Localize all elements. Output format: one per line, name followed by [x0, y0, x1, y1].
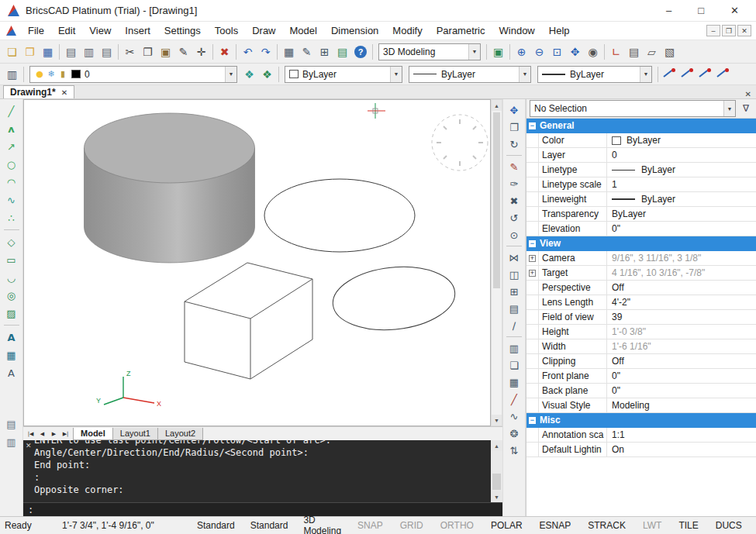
property-row-back-plane[interactable]: Back plane0" — [526, 384, 756, 398]
command-input[interactable]: : — [23, 502, 502, 516]
text-icon[interactable]: A — [2, 329, 20, 346]
property-value[interactable]: 4'-2" — [607, 295, 756, 309]
menu-edit[interactable]: Edit — [51, 22, 82, 39]
property-value[interactable]: Off — [607, 281, 756, 295]
endpoint-snap-icon[interactable] — [661, 65, 678, 84]
minimize-button[interactable]: – — [666, 5, 671, 16]
hatch-icon[interactable]: ▨ — [2, 305, 20, 322]
paint-properties-icon[interactable]: ✎ — [506, 158, 523, 175]
lineweight-select[interactable]: ByLayer ▼ — [537, 66, 652, 83]
property-value[interactable]: ByLayer — [607, 133, 756, 147]
canvas-vertical-scrollbar[interactable]: ▲ ▼ — [491, 99, 502, 426]
menu-draw[interactable]: Draw — [245, 22, 282, 39]
maximize-button[interactable]: □ — [698, 5, 704, 16]
status-toggle-grid[interactable]: GRID — [396, 520, 427, 531]
property-value[interactable]: 1 — [607, 177, 756, 191]
ellipse-arc-icon[interactable]: ◡ — [2, 269, 20, 286]
property-row-layer[interactable]: Layer0 — [526, 148, 756, 163]
property-value[interactable]: Modeling — [607, 398, 756, 412]
pick-entity-icon[interactable]: ✛ — [192, 43, 210, 61]
arc-icon[interactable]: ◠ — [2, 174, 20, 191]
intersection-snap-icon[interactable] — [696, 65, 714, 84]
point-icon[interactable]: ∴ — [2, 209, 20, 226]
status-toggle-esnap[interactable]: ESNAP — [536, 520, 575, 531]
property-row-camera[interactable]: +Camera9/16", 3 11/16", 3 1/8" — [526, 251, 756, 266]
property-row-annotation-sca[interactable]: Annotation sca1:1 — [526, 428, 756, 443]
collapse-icon[interactable]: − — [529, 417, 536, 424]
status-toggle-ortho[interactable]: ORTHO — [437, 520, 478, 531]
zoom-window-icon[interactable]: ⊡ — [548, 43, 566, 61]
sheet-tab-layout2[interactable]: Layout2 — [157, 428, 203, 440]
insert-field-icon[interactable]: ⊞ — [316, 43, 333, 61]
paste-icon[interactable]: ▣ — [157, 43, 174, 61]
last-sheet-button[interactable]: ▶| — [60, 431, 71, 437]
undo-erase-icon[interactable]: ↺ — [506, 209, 523, 226]
property-value[interactable]: 1'-6 1/16" — [607, 339, 756, 353]
mirror-icon[interactable]: ⋈ — [506, 249, 523, 266]
collapse-icon[interactable]: − — [529, 240, 536, 247]
sheet-manager-icon[interactable]: ▦ — [280, 43, 298, 61]
property-row-transparency[interactable]: TransparencyByLayer — [526, 207, 756, 222]
save-icon[interactable]: ▦ — [39, 43, 57, 61]
property-value[interactable]: 4 1/16", 10 3/16", -7/8" — [607, 266, 756, 280]
ucs-toggle-icon[interactable]: ∟ — [607, 43, 625, 61]
property-row-color[interactable]: ColorByLayer — [526, 133, 756, 148]
property-row-default-lightin[interactable]: Default LightinOn — [526, 443, 756, 457]
tab-close-icon[interactable]: ✕ — [61, 88, 67, 97]
line-icon[interactable]: ╱ — [2, 102, 20, 119]
scroll-down-icon[interactable]: ▼ — [491, 491, 502, 502]
menu-settings[interactable]: Settings — [157, 22, 208, 39]
status-toggle-ducs[interactable]: DUCS — [712, 520, 746, 531]
menu-model[interactable]: Model — [283, 22, 324, 39]
copy-entity-icon[interactable]: ❐ — [506, 119, 523, 136]
expand-icon[interactable]: + — [529, 270, 536, 277]
look-around-icon[interactable]: ◉ — [584, 43, 602, 61]
divide-icon[interactable]: ∕ — [506, 317, 523, 334]
visual-styles-icon[interactable]: ▧ — [661, 43, 678, 61]
move-icon[interactable]: ✥ — [506, 102, 523, 119]
property-value[interactable]: 0" — [607, 369, 756, 383]
paste-clipboard-icon[interactable]: ▤ — [2, 415, 20, 432]
donut-icon[interactable]: ◎ — [2, 287, 20, 304]
menu-help[interactable]: Help — [542, 22, 577, 39]
menu-dimension[interactable]: Dimension — [324, 22, 385, 39]
polyline-edit-icon[interactable]: ∿ — [506, 408, 523, 425]
xref-icon[interactable]: ❏ — [506, 357, 523, 374]
new-file-icon[interactable]: ❏ — [3, 43, 21, 61]
polyline-icon[interactable]: ʌ — [2, 120, 20, 137]
property-row-linetype[interactable]: LinetypeByLayer — [526, 163, 756, 177]
workspace-select[interactable]: 3D Modeling ▼ — [378, 43, 481, 60]
property-value[interactable]: 0 — [607, 148, 756, 162]
status-field-standard-0[interactable]: Standard — [194, 520, 238, 531]
annotate-icon[interactable]: ▤ — [333, 43, 351, 61]
wireframe-box[interactable] — [185, 263, 312, 379]
array-icon[interactable]: ⊞ — [506, 283, 523, 300]
render-box-icon[interactable]: ▱ — [643, 43, 661, 61]
undo-icon[interactable]: ↶ — [239, 43, 257, 61]
helix-icon[interactable]: ❂ — [506, 425, 523, 442]
status-toggle-strack[interactable]: STRACK — [584, 520, 630, 531]
layer-select[interactable]: ●❄▮ 0 ▼ — [29, 66, 237, 83]
status-field-3d-modeling-2[interactable]: 3D Modeling — [300, 515, 344, 534]
sheet-icon[interactable]: ▤ — [506, 300, 523, 317]
scrollbar-thumb[interactable] — [492, 474, 501, 490]
command-close-icon[interactable]: ✕ — [26, 442, 32, 450]
zoom-out-icon[interactable]: ⊖ — [530, 43, 548, 61]
property-row-width[interactable]: Width1'-6 1/16" — [526, 339, 756, 354]
selection-select[interactable]: No Selection ▼ — [530, 100, 736, 117]
prev-sheet-button[interactable]: ◀ — [36, 431, 48, 437]
swap-order-icon[interactable]: ⇅ — [506, 442, 523, 459]
property-row-field-of-view[interactable]: Field of view39 — [526, 310, 756, 325]
collapse-icon[interactable]: − — [529, 122, 536, 129]
menu-window[interactable]: Window — [492, 22, 542, 39]
property-value[interactable]: ByLayer — [607, 192, 756, 206]
circle-entity[interactable] — [264, 179, 415, 252]
layer-states-icon[interactable]: ❖ — [240, 65, 258, 84]
layers-panel-icon[interactable]: ❖ — [258, 65, 276, 84]
match-properties-icon[interactable]: ✎ — [174, 43, 192, 61]
property-value[interactable]: 1:1 — [607, 428, 756, 442]
layer-freeze-icon[interactable]: ❄ — [46, 67, 57, 81]
property-row-elevation[interactable]: Elevation0" — [526, 222, 756, 236]
sheet-tab-model[interactable]: Model — [73, 428, 113, 440]
edit-reference-icon[interactable]: ✎ — [298, 43, 316, 61]
